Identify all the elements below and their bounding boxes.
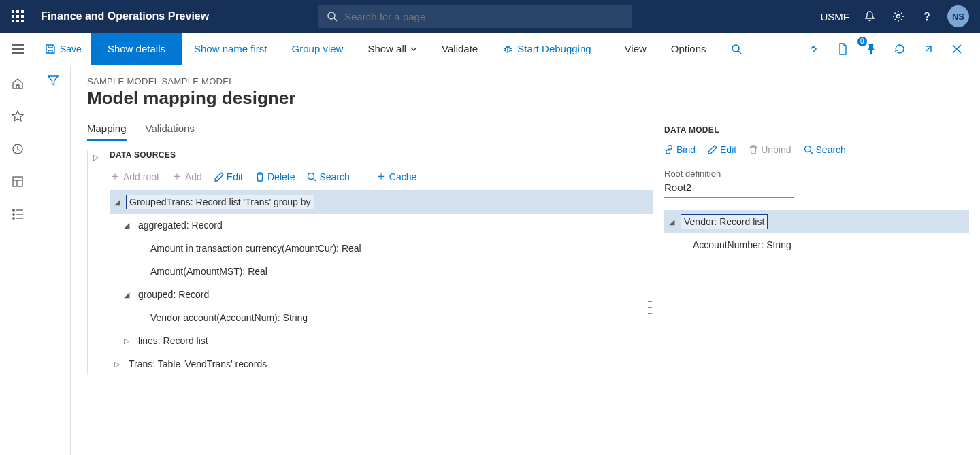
search-icon <box>327 11 338 22</box>
svg-line-23 <box>509 46 510 47</box>
workspace-icon[interactable] <box>10 174 25 189</box>
divider <box>608 40 608 58</box>
svg-rect-7 <box>16 20 19 22</box>
start-debugging-button[interactable]: Start Debugging <box>490 33 603 65</box>
svg-rect-2 <box>21 10 24 13</box>
tree-node[interactable]: Amount in transaction currency(AmountCur… <box>110 237 653 260</box>
root-definition-value[interactable]: Root2 <box>664 182 794 198</box>
right-pane: DATA MODEL Bind Edit Unbind <box>653 76 980 455</box>
validate-button[interactable]: Validate <box>429 33 490 65</box>
tree-node[interactable]: ▷lines: Record list <box>110 329 653 352</box>
svg-rect-6 <box>12 20 14 22</box>
global-search[interactable] <box>318 5 632 28</box>
pin-badge: 0 <box>858 37 867 46</box>
close-icon[interactable] <box>947 39 966 58</box>
tree-node[interactable]: Amount(AmountMST): Real <box>110 260 653 283</box>
company-label[interactable]: USMF <box>821 11 850 22</box>
tab-mapping[interactable]: Mapping <box>87 122 127 141</box>
save-label: Save <box>60 44 82 54</box>
avatar[interactable]: NS <box>947 5 969 27</box>
edit-button[interactable]: Edit <box>214 171 243 182</box>
svg-rect-5 <box>21 15 24 18</box>
tree-node[interactable]: Vendor account(AccountNum): String <box>110 306 653 329</box>
svg-line-18 <box>504 48 506 49</box>
gear-icon[interactable] <box>890 8 906 24</box>
chevron-down-icon[interactable]: ◢ <box>112 198 122 207</box>
chevron-down-icon[interactable]: ◢ <box>122 221 131 230</box>
data-sources-panel: ▷ DATA SOURCES ＋Add root ＋Add Edit <box>87 150 653 375</box>
nav-hamburger-icon[interactable] <box>0 44 35 54</box>
tree-node[interactable]: ◢GroupedTrans: Record list 'Trans' group… <box>110 190 653 214</box>
cache-button[interactable]: ＋Cache <box>376 169 416 184</box>
pin-icon[interactable]: 0 <box>862 39 881 58</box>
svg-line-41 <box>811 152 813 154</box>
data-sources-title: DATA SOURCES <box>110 150 653 160</box>
chevron-right-icon[interactable]: ▷ <box>122 337 131 346</box>
bind-button[interactable]: Bind <box>664 144 696 155</box>
help-icon[interactable] <box>919 8 935 24</box>
dm-search-button[interactable]: Search <box>804 144 846 155</box>
star-icon[interactable] <box>10 109 25 124</box>
root-definition-label: Root definition <box>664 169 969 179</box>
action-bar: Save Show details Show name first Group … <box>0 33 980 65</box>
ds-search-button[interactable]: Search <box>307 171 349 182</box>
refresh-icon[interactable] <box>890 39 909 58</box>
splitter[interactable] <box>648 301 652 314</box>
svg-rect-0 <box>12 10 14 13</box>
add-root-button[interactable]: ＋Add root <box>110 169 159 184</box>
chevron-down-icon[interactable]: ◢ <box>122 290 131 299</box>
svg-point-9 <box>328 12 335 19</box>
office-icon[interactable] <box>833 39 852 58</box>
action-search-button[interactable] <box>719 33 754 65</box>
chevron-right-icon[interactable]: ▷ <box>112 360 122 369</box>
filter-icon[interactable] <box>47 75 59 455</box>
chevron-down-icon[interactable]: ◢ <box>667 218 676 226</box>
tree-node[interactable]: AccountNumber: String <box>664 233 969 256</box>
svg-point-40 <box>804 146 811 152</box>
add-button[interactable]: ＋Add <box>172 169 202 184</box>
show-all-dropdown[interactable]: Show all <box>355 33 429 65</box>
page-title: Model mapping designer <box>87 88 653 109</box>
svg-point-38 <box>308 173 314 179</box>
attach-icon[interactable] <box>804 39 823 58</box>
svg-rect-29 <box>13 177 22 186</box>
show-details-button[interactable]: Show details <box>91 33 182 65</box>
options-menu[interactable]: Options <box>659 33 719 65</box>
show-name-first-button[interactable]: Show name first <box>182 33 280 65</box>
bell-icon[interactable] <box>862 8 878 24</box>
home-icon[interactable] <box>10 76 25 91</box>
trash-icon <box>255 172 265 182</box>
waffle-icon[interactable] <box>5 10 30 22</box>
tree-node[interactable]: ▷Trans: Table 'VendTrans' records <box>110 352 653 375</box>
group-view-button[interactable]: Group view <box>280 33 356 65</box>
tree-node[interactable]: ◢aggregated: Record <box>110 214 653 237</box>
panel-collapse-icon[interactable]: ▷ <box>93 153 99 162</box>
mid-area: SAMPLE MODEL SAMPLE MODEL Model mapping … <box>71 65 980 455</box>
tree-node[interactable]: ◢grouped: Record <box>110 283 653 306</box>
view-menu[interactable]: View <box>612 33 659 65</box>
left-pane: SAMPLE MODEL SAMPLE MODEL Model mapping … <box>87 76 653 455</box>
svg-point-24 <box>732 45 739 52</box>
start-debugging-label: Start Debugging <box>517 43 591 54</box>
modules-icon[interactable] <box>10 207 25 222</box>
save-button[interactable]: Save <box>35 44 91 54</box>
global-search-input[interactable] <box>344 11 623 22</box>
delete-button[interactable]: Delete <box>255 171 295 182</box>
search-icon <box>307 172 316 182</box>
pencil-icon <box>708 145 717 154</box>
popout-icon[interactable] <box>919 39 938 58</box>
dm-edit-button[interactable]: Edit <box>708 144 736 155</box>
tab-validations[interactable]: Validations <box>146 122 195 141</box>
svg-rect-1 <box>16 10 19 13</box>
clock-icon[interactable] <box>10 141 25 156</box>
left-rail <box>0 65 35 455</box>
main: SAMPLE MODEL SAMPLE MODEL Model mapping … <box>0 65 980 455</box>
app-title: Finance and Operations Preview <box>41 10 209 22</box>
data-model-tree: ◢Vendor: Record list AccountNumber: Stri… <box>664 210 969 256</box>
debug-icon <box>502 44 513 54</box>
content: SAMPLE MODEL SAMPLE MODEL Model mapping … <box>35 65 980 455</box>
svg-line-20 <box>504 50 506 51</box>
tree-node[interactable]: ◢Vendor: Record list <box>664 210 969 233</box>
filter-column <box>35 65 71 455</box>
unbind-button[interactable]: Unbind <box>749 144 791 155</box>
